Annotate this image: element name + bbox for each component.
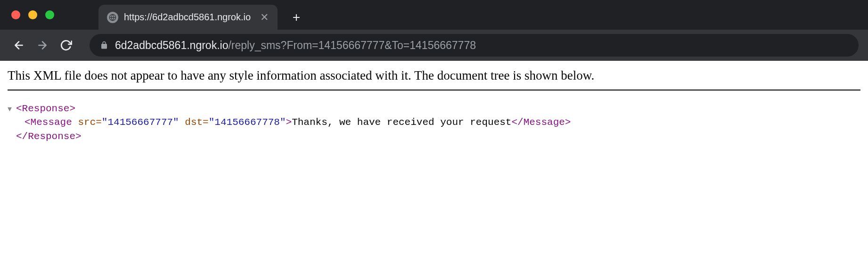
xml-message-element: <Message src="14156667777" dst="14156667… [8,115,860,129]
globe-icon [107,12,118,23]
xml-root-open[interactable]: ▼<Response> [8,102,860,115]
toolbar: 6d2adbcd5861.ngrok.io/reply_sms?From=141… [0,30,868,61]
page-content: This XML file does not appear to have an… [0,61,868,151]
reload-button[interactable] [57,36,75,55]
xml-root-close: </Response> [8,130,860,143]
forward-button[interactable] [33,36,52,55]
url-text: 6d2adbcd5861.ngrok.io/reply_sms?From=141… [115,39,476,52]
browser-tab[interactable]: https://6d2adbcd5861.ngrok.io ✕ [98,5,278,30]
window-controls [11,10,54,19]
address-bar[interactable]: 6d2adbcd5861.ngrok.io/reply_sms?From=141… [90,34,859,57]
window-close-button[interactable] [11,10,20,19]
url-path: /reply_sms?From=14156667777&To=141566677… [228,39,476,51]
url-domain: 6d2adbcd5861.ngrok.io [115,39,228,51]
new-tab-button[interactable]: + [287,8,306,27]
lock-icon [100,41,108,49]
xml-notice: This XML file does not appear to have an… [8,68,860,90]
window-minimize-button[interactable] [28,10,37,19]
browser-chrome: https://6d2adbcd5861.ngrok.io ✕ + [0,0,868,61]
back-button[interactable] [9,36,28,55]
window-maximize-button[interactable] [45,10,54,19]
tab-bar: https://6d2adbcd5861.ngrok.io ✕ + [0,0,868,30]
disclosure-triangle-icon[interactable]: ▼ [8,105,14,115]
tab-title: https://6d2adbcd5861.ngrok.io [124,12,254,23]
close-tab-button[interactable]: ✕ [260,13,269,22]
xml-tree: ▼<Response> <Message src="14156667777" d… [8,102,860,143]
